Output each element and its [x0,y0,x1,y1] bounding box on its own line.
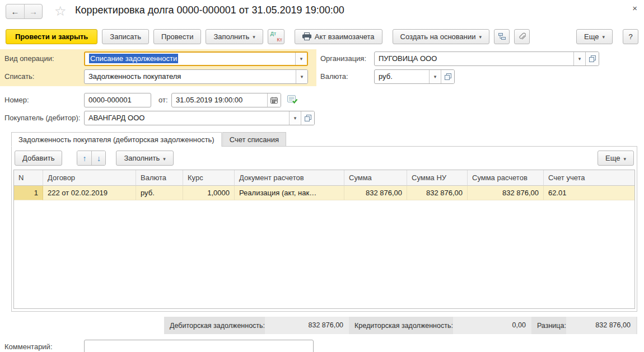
currency-label: Валюта: [320,72,348,81]
chevron-down-icon: ▾ [479,34,482,40]
operation-dropdown-button[interactable]: ▾ [295,53,307,65]
cell-rate[interactable]: 1,0000 [183,186,235,200]
open-form-icon [589,55,596,62]
document-posted-icon [287,95,298,105]
chevron-down-icon: ▾ [602,34,605,40]
related-documents-button[interactable] [494,29,510,44]
currency-dropdown-button[interactable]: ▾ [429,70,441,83]
save-button[interactable]: Записать [102,29,149,44]
cell-sum[interactable]: 832 876,00 [344,186,407,200]
table-fill-label: Заполнить [124,154,160,162]
post-and-close-button[interactable]: Провести и закрыть [6,29,97,44]
calendar-button[interactable] [267,93,281,107]
cell-currency[interactable]: руб. [136,186,183,200]
table-fill-button[interactable]: Заполнить ▾ [116,151,173,166]
window-header: ← → ☆ Корректировка долга 0000-000001 от… [0,0,644,24]
favorite-star-icon[interactable]: ☆ [54,3,67,19]
date-input[interactable]: 31.05.2019 19:00:00 [171,93,281,107]
operation-value: Списание задолженности [85,53,295,65]
currency-combobox[interactable]: руб. ▾ [374,69,455,84]
write-off-combobox[interactable]: Задолженность покупателя ▾ [84,69,308,84]
debtor-label: Покупатель (дебитор): [4,114,80,122]
form-row-number-date: Номер: 0000-000001 от: 31.05.2019 19:00:… [0,93,644,107]
tab-debtor-debt[interactable]: Задолженность покупателя (дебиторская за… [11,132,222,147]
receivable-total-value: 832 876,00 [265,317,349,334]
chevron-down-icon: ▾ [294,115,297,121]
dt-label: Дт [270,31,276,36]
cell-sum-settlements[interactable]: 832 876,00 [468,186,544,200]
tab-write-off-account[interactable]: Счет списания [222,132,286,147]
debt-adjustment-window: ← → ☆ Корректировка долга 0000-000001 от… [0,0,644,352]
organization-combobox[interactable]: ПУГОВИЦА ООО ▾ [374,51,599,66]
add-row-button[interactable]: Добавить [15,151,62,166]
cell-settlement-doc[interactable]: Реализация (акт, нак… [235,186,344,200]
chevron-down-icon: ▾ [578,56,581,62]
organization-open-button[interactable] [585,52,599,65]
close-icon[interactable]: × [632,3,637,13]
date-value: 31.05.2019 19:00:00 [172,93,267,107]
col-header-n: N [14,170,43,186]
debtor-value: АВАНГАРД ООО [85,111,289,125]
fill-button-label: Заполнить [213,32,249,41]
attachments-button[interactable] [514,29,530,44]
form-row-operation: Вид операции: Списание задолженности ▾ О… [0,51,644,66]
col-header-account: Счет учета [544,170,634,186]
col-header-contract: Договор [43,170,136,186]
chevron-down-icon: ▾ [434,74,437,79]
calendar-icon [270,97,278,104]
offset-act-button[interactable]: Акт взаимозачета [295,29,382,44]
date-label: от: [158,96,168,104]
open-form-icon [445,73,451,80]
move-down-button[interactable]: ↓ [91,151,105,165]
debtor-open-button[interactable] [301,111,314,125]
move-row-buttons: ↑ ↓ [77,151,106,166]
operation-label: Вид операции: [4,54,54,63]
debtor-dropdown-button[interactable]: ▾ [289,111,301,125]
history-nav: ← → [6,4,43,19]
debtor-combobox[interactable]: АВАНГАРД ООО ▾ [84,111,315,125]
organization-dropdown-button[interactable]: ▾ [573,52,585,65]
table-more-button[interactable]: Еще ▾ [598,151,634,166]
tab-bar: Задолженность покупателя (дебиторская за… [11,132,287,147]
table-row: 1 222 от 02.02.2019 руб. 1,0000 Реализац… [14,186,634,200]
forward-button[interactable]: → [24,4,42,18]
chevron-down-icon: ▾ [301,74,304,79]
back-icon: ← [11,7,20,16]
create-based-on-button[interactable]: Создать на основании ▾ [393,29,489,44]
comment-label: Комментарий: [4,342,53,351]
cell-sum-nu[interactable]: 832 876,00 [407,186,468,200]
currency-open-button[interactable] [441,70,454,83]
table-header-row: N Договор Валюта Курс Документ расчетов … [14,170,634,186]
dt-kt-postings-button[interactable]: Дт Кт [268,29,284,44]
currency-value: руб. [375,70,429,83]
cell-account[interactable]: 62.01 [544,186,634,200]
fill-button[interactable]: Заполнить ▾ [206,29,263,44]
col-header-currency: Валюта [136,170,183,186]
forward-icon: → [29,7,38,16]
col-header-rate: Курс [183,170,235,186]
comment-input[interactable] [84,340,314,352]
number-input[interactable]: 0000-000001 [84,93,151,107]
related-documents-icon [498,32,506,40]
totals-bar: Дебиторская задолженность: 832 876,00 Кр… [164,317,637,334]
table-more-label: Еще [605,154,620,162]
tab-panel: Добавить ↑ ↓ Заполнить ▾ Еще ▾ N Договор… [11,146,637,312]
post-button[interactable]: Провести [153,29,202,44]
write-off-dropdown-button[interactable]: ▾ [296,70,307,83]
operation-combobox[interactable]: Списание задолженности ▾ [84,51,308,66]
payable-total-label: Кредиторская задолженность: [354,322,453,330]
col-header-settlement-doc: Документ расчетов [235,170,344,186]
cell-contract[interactable]: 222 от 02.02.2019 [43,186,136,200]
page-title: Корректировка долга 0000-000001 от 31.05… [75,4,344,16]
write-off-value: Задолженность покупателя [85,70,296,83]
move-up-button[interactable]: ↑ [77,151,91,165]
create-based-on-label: Создать на основании [400,32,476,41]
difference-label: Разница: [537,322,566,330]
cell-n[interactable]: 1 [14,186,43,200]
number-value: 0000-000001 [85,93,151,107]
back-button[interactable]: ← [6,4,24,18]
organization-value: ПУГОВИЦА ООО [375,52,573,65]
chevron-down-icon: ▾ [253,34,255,40]
help-button[interactable]: ? [623,29,638,44]
more-button[interactable]: Еще ▾ [576,29,613,44]
